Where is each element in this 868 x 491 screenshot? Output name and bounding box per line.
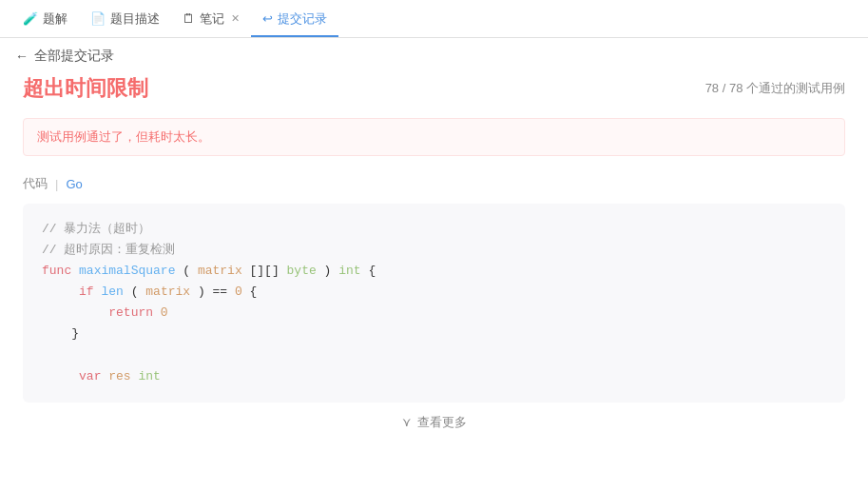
kw-func: func [42, 264, 71, 278]
tab-miaoshu-label: 题目描述 [110, 10, 160, 28]
tab-biji-icon: 🗒 [183, 11, 195, 26]
code-line-3: func maximalSquare ( matrix [][] byte ) … [42, 261, 826, 282]
code-section-label: 代码 [23, 175, 48, 192]
tab-biji-label: 笔记 [200, 10, 224, 28]
kw-return: return [108, 305, 153, 320]
code-comment-2: // 超时原因：重复检测 [42, 243, 175, 257]
code-line-6: } [42, 324, 826, 344]
tab-tiejie-icon: 🧪 [23, 11, 38, 26]
test-result: 78 / 78 个通过的测试用例 [705, 80, 845, 97]
tab-tiejie[interactable]: 🧪 题解 [11, 0, 79, 37]
num-0-2: 0 [161, 305, 168, 320]
back-label: 全部提交记录 [34, 48, 114, 65]
code-line-4: if len ( matrix ) == 0 { [42, 282, 826, 303]
code-block: // 暴力法（超时） // 超时原因：重复检测 func maximalSqua… [23, 204, 845, 403]
status-title: 超出时间限制 [23, 74, 148, 103]
type-byte: byte [287, 264, 317, 278]
code-comment-1: // 暴力法（超时） [42, 222, 150, 236]
see-more-icon: ⋎ [402, 415, 412, 429]
var-res: res [108, 369, 130, 383]
main-content: 超出时间限制 78 / 78 个通过的测试用例 测试用例通过了，但耗时太长。 代… [0, 74, 868, 454]
back-bar[interactable]: ← 全部提交记录 [0, 38, 868, 74]
tab-miaoshu[interactable]: 📄 题目描述 [79, 0, 171, 37]
back-arrow-icon: ← [15, 49, 29, 64]
code-line-5: return 0 [42, 303, 826, 324]
code-section-header: 代码 | Go [23, 175, 845, 192]
tab-biji-close[interactable]: ✕ [231, 12, 240, 25]
see-more-label: 查看更多 [417, 414, 467, 431]
tab-tijiao[interactable]: ↩ 提交记录 [251, 0, 338, 37]
tab-tijiao-icon: ↩ [262, 11, 273, 26]
tab-tiejie-label: 题解 [43, 10, 68, 28]
code-line-1: // 暴力法（超时） [42, 219, 826, 240]
title-row: 超出时间限制 78 / 78 个通过的测试用例 [23, 74, 845, 103]
param-matrix: matrix [198, 264, 242, 278]
fn-len: len [101, 285, 123, 299]
kw-var: var [79, 369, 101, 383]
tab-miaoshu-icon: 📄 [90, 11, 106, 26]
fn-maximalSquare: maximalSquare [79, 264, 175, 278]
code-line-2: // 超时原因：重复检测 [42, 240, 826, 261]
code-lang: Go [66, 177, 82, 191]
divider: | [55, 177, 58, 191]
see-more[interactable]: ⋎ 查看更多 [23, 414, 845, 431]
param-matrix-2: matrix [145, 285, 190, 299]
tab-biji[interactable]: 🗒 笔记 ✕ [171, 0, 251, 37]
tab-tijiao-label: 提交记录 [278, 10, 327, 28]
type-int-ret: int [338, 264, 360, 278]
kw-if: if [79, 285, 94, 299]
code-line-blank [42, 345, 826, 366]
code-line-7: var res int [42, 366, 826, 387]
type-int-var: int [138, 369, 160, 383]
tab-bar: 🧪 题解 📄 题目描述 🗒 笔记 ✕ ↩ 提交记录 [0, 0, 868, 38]
alert-text: 测试用例通过了，但耗时太长。 [37, 129, 210, 144]
alert-box: 测试用例通过了，但耗时太长。 [23, 118, 845, 156]
num-0-1: 0 [235, 285, 242, 299]
